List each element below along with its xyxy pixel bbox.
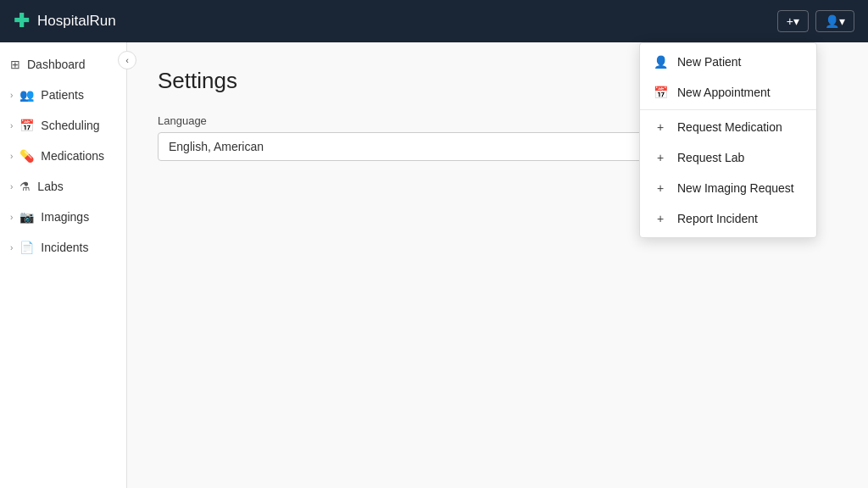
sidebar-item-imagings[interactable]: › 📷 Imagings: [0, 202, 126, 232]
chevron-icon: ›: [10, 121, 13, 130]
dashboard-icon: ⊞: [10, 58, 20, 71]
topnav-left: ✚ HospitalRun: [14, 10, 116, 32]
dropdown-item-new-appointment[interactable]: 📅 New Appointment: [640, 77, 816, 108]
user-button[interactable]: 👤▾: [815, 10, 854, 32]
app-title: HospitalRun: [37, 13, 116, 30]
dropdown-label-request-medication: Request Medication: [677, 120, 782, 134]
scheduling-icon: 📅: [19, 119, 34, 132]
chevron-icon: ›: [10, 213, 13, 222]
dropdown-item-report-incident[interactable]: + Report Incident: [640, 203, 816, 234]
dropdown-label-new-patient: New Patient: [677, 55, 741, 69]
labs-icon: ⚗: [19, 180, 31, 193]
sidebar-label-labs: Labs: [37, 180, 63, 193]
new-imaging-icon: +: [654, 181, 667, 195]
chevron-icon: ›: [10, 152, 13, 161]
chevron-icon: ›: [10, 182, 13, 191]
medications-icon: 💊: [19, 149, 34, 163]
chevron-icon: ›: [10, 243, 13, 252]
sidebar-toggle[interactable]: ‹: [118, 51, 136, 69]
dropdown-item-request-medication[interactable]: + Request Medication: [640, 112, 816, 142]
dropdown-item-request-lab[interactable]: + Request Lab: [640, 142, 816, 173]
sidebar-item-dashboard[interactable]: ⊞ Dashboard: [0, 49, 126, 80]
sidebar-item-medications[interactable]: › 💊 Medications: [0, 141, 126, 171]
report-incident-icon: +: [654, 212, 667, 225]
sidebar-item-scheduling[interactable]: › 📅 Scheduling: [0, 110, 126, 141]
dropdown-label-report-incident: Report Incident: [677, 212, 758, 225]
dropdown-label-new-appointment: New Appointment: [677, 86, 771, 99]
sidebar-label-scheduling: Scheduling: [41, 119, 99, 132]
request-lab-icon: +: [654, 151, 667, 164]
sidebar: ‹ ⊞ Dashboard › 👥 Patients › 📅 Schedulin…: [0, 42, 127, 488]
dropdown-divider: [640, 109, 816, 110]
sidebar-label-dashboard: Dashboard: [27, 58, 86, 71]
dropdown-item-new-imaging[interactable]: + New Imaging Request: [640, 173, 816, 203]
dropdown-label-new-imaging: New Imaging Request: [677, 181, 794, 195]
sidebar-label-imagings: Imagings: [41, 210, 89, 224]
sidebar-item-labs[interactable]: › ⚗ Labs: [0, 171, 126, 202]
patients-icon: 👥: [19, 88, 34, 102]
dropdown-label-request-lab: Request Lab: [677, 151, 744, 164]
top-nav: ✚ HospitalRun +▾ 👤▾: [0, 0, 868, 42]
dropdown-item-new-patient[interactable]: 👤 New Patient: [640, 47, 816, 77]
logo-icon: ✚: [14, 10, 29, 32]
new-patient-icon: 👤: [654, 55, 667, 69]
dropdown-menu: 👤 New Patient 📅 New Appointment + Reques…: [639, 42, 817, 238]
sidebar-item-incidents[interactable]: › 📄 Incidents: [0, 232, 126, 263]
incidents-icon: 📄: [19, 241, 34, 254]
new-appointment-icon: 📅: [654, 86, 667, 99]
sidebar-item-patients[interactable]: › 👥 Patients: [0, 80, 126, 110]
request-medication-icon: +: [654, 120, 667, 134]
chevron-icon: ›: [10, 91, 13, 100]
language-input[interactable]: [158, 132, 658, 161]
sidebar-label-patients: Patients: [41, 88, 84, 102]
topnav-right: +▾ 👤▾: [777, 10, 854, 32]
sidebar-label-incidents: Incidents: [41, 241, 88, 254]
sidebar-label-medications: Medications: [41, 149, 104, 163]
add-button[interactable]: +▾: [777, 10, 809, 32]
imagings-icon: 📷: [19, 210, 34, 224]
